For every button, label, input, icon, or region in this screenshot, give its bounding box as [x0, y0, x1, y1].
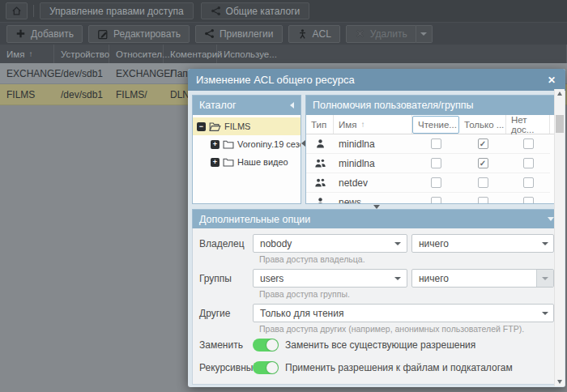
collapse-down-icon — [548, 217, 554, 221]
checkbox-noaccess[interactable] — [523, 138, 534, 149]
delete-label: Удалить — [370, 28, 407, 40]
share-icon — [204, 28, 215, 39]
checkbox-read[interactable] — [431, 197, 441, 203]
person-icon — [297, 28, 308, 40]
edit-label: Редактировать — [113, 28, 181, 40]
separator — [33, 5, 34, 17]
folder-icon — [223, 139, 234, 150]
others-help: Права доступа других (например, анонимны… — [259, 324, 554, 334]
tree-item-voroniny[interactable]: Voroniny.19 сезон.(201 — [193, 135, 301, 153]
column-header-device[interactable]: Устройство — [54, 45, 109, 63]
collapse-left-icon[interactable] — [301, 140, 305, 147]
checkbox-writeonly[interactable] — [478, 138, 488, 149]
group-icon — [314, 158, 326, 168]
checkbox-writeonly[interactable] — [478, 177, 488, 188]
privileges-button[interactable]: Привилегии — [195, 25, 283, 43]
privileges-label: Привилегии — [220, 28, 274, 40]
checkbox-read[interactable] — [431, 138, 441, 149]
group-icon — [314, 177, 326, 188]
permissions-grid-header: Тип Имя Чтение... Только ... Нет дос... — [306, 115, 561, 134]
replace-toggle[interactable] — [253, 339, 279, 352]
checkbox-read[interactable] — [431, 177, 441, 188]
column-header-writeonly[interactable]: Только ... — [459, 115, 506, 134]
perm-row-minidlna-group[interactable]: minidlna — [306, 154, 550, 173]
user-icon — [315, 197, 326, 203]
folder-open-icon — [209, 121, 221, 132]
tree-item-nashe-video[interactable]: Наше видео — [193, 153, 301, 171]
tree-expand-icon[interactable] — [211, 140, 220, 149]
permissions-panel: Полномочия пользователя/группы Тип Имя Ч… — [305, 95, 561, 204]
owner-label: Владелец — [199, 238, 253, 249]
close-icon[interactable] — [546, 75, 557, 86]
delete-button[interactable]: Удалить — [346, 25, 416, 43]
tree-item-films[interactable]: FILMS — [193, 117, 301, 135]
options-header[interactable]: Дополнительные опции — [192, 209, 561, 228]
perm-row-minidlna-user[interactable]: minidlna — [306, 134, 550, 154]
top-navigation-bar: Управление правами доступа Общие каталог… — [0, 0, 567, 22]
collapse-left-icon[interactable] — [290, 102, 294, 109]
checkbox-writeonly[interactable] — [478, 197, 488, 203]
nav-shared-folders-label: Общие каталоги — [226, 6, 301, 17]
horizontal-splitter[interactable] — [192, 204, 561, 209]
scroll-up-icon[interactable] — [557, 95, 561, 96]
acl-button[interactable]: ACL — [288, 25, 340, 43]
vertical-scrollbar[interactable] — [554, 95, 561, 204]
screen: Управление правами доступа Общие каталог… — [0, 0, 567, 392]
owner-select[interactable]: nobody — [253, 234, 407, 253]
owner-help: Права доступа владельца. — [259, 254, 554, 264]
tree-collapse-icon[interactable] — [197, 122, 206, 131]
nav-shared-folders-button[interactable]: Общие каталоги — [201, 2, 310, 19]
acl-dialog: Изменение ACL общего ресурса Каталог — [188, 69, 565, 387]
dialog-titlebar: Изменение ACL общего ресурса — [188, 69, 565, 91]
recursive-toggle[interactable] — [253, 361, 279, 374]
column-header-name[interactable]: Имя — [334, 115, 412, 134]
collapse-down-icon[interactable] — [373, 205, 380, 209]
delete-dropdown-caret[interactable] — [416, 25, 433, 43]
others-permission-select[interactable]: Только для чтения — [253, 304, 554, 322]
recursive-label: Рекурсивный — [199, 362, 253, 373]
checkbox-noaccess[interactable] — [523, 197, 534, 203]
perm-row-news[interactable]: news — [306, 193, 550, 203]
chevron-down-icon[interactable] — [390, 270, 407, 287]
add-button[interactable]: Добавить — [6, 25, 83, 43]
dialog-footer: Применить Закрыть — [192, 385, 561, 387]
home-icon — [11, 5, 23, 17]
perm-row-netdev[interactable]: netdev — [306, 173, 550, 193]
checkbox-noaccess[interactable] — [523, 177, 534, 188]
owner-permission-select[interactable]: ничего — [411, 234, 554, 253]
nav-access-rights-label: Управление правами доступа — [49, 6, 184, 17]
checkbox-read[interactable] — [431, 158, 441, 168]
user-icon — [315, 138, 326, 149]
tree-expand-icon[interactable] — [211, 158, 220, 167]
apply-button[interactable]: Применить — [307, 387, 380, 388]
group-label: Группы — [199, 273, 253, 284]
plus-icon — [15, 28, 26, 39]
column-header-used[interactable]: Используе... — [217, 45, 567, 63]
folder-icon — [223, 157, 234, 168]
group-select[interactable]: users — [253, 269, 407, 288]
chevron-down-icon[interactable] — [536, 305, 553, 322]
delete-x-icon — [355, 28, 365, 39]
column-header-noaccess[interactable]: Нет дос... — [506, 115, 550, 134]
nav-access-rights-button[interactable]: Управление правами доступа — [40, 2, 194, 19]
column-header-read[interactable]: Чтение... — [412, 116, 459, 134]
chevron-down-icon[interactable] — [390, 235, 407, 252]
group-permission-select[interactable]: ничего — [411, 269, 554, 288]
column-header-name[interactable]: Имя — [0, 45, 54, 63]
edit-button[interactable]: Редактировать — [88, 25, 190, 43]
dialog-title: Изменение ACL общего ресурса — [196, 74, 546, 86]
checkbox-writeonly[interactable] — [478, 158, 488, 168]
vertical-splitter[interactable] — [301, 95, 305, 204]
chevron-down-icon[interactable] — [536, 235, 553, 252]
column-header-type[interactable]: Тип — [306, 115, 334, 134]
replace-description: Заменить все существующие разрешения — [285, 339, 475, 351]
scrollbar-thumb[interactable] — [556, 115, 561, 133]
permissions-panel-header: Полномочия пользователя/группы — [306, 96, 561, 115]
home-button[interactable] — [6, 2, 28, 19]
edit-icon — [97, 28, 109, 40]
column-header-relative[interactable]: Относител... — [109, 45, 164, 63]
column-header-comment[interactable]: Коментарий — [164, 45, 217, 63]
close-button[interactable]: Закрыть — [386, 387, 446, 388]
shared-folders-table-header: Имя Устройство Относител... Коментарий И… — [0, 45, 567, 63]
checkbox-noaccess[interactable] — [523, 158, 534, 168]
